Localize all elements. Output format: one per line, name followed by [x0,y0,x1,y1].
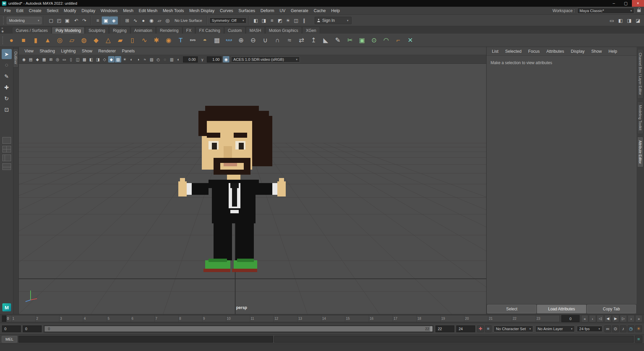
poly-soccer-ball-icon[interactable]: ◉ [163,35,174,46]
boolean-union-icon[interactable]: ∪ [260,35,271,46]
multi-cut-icon[interactable]: ✂ [344,35,356,46]
shelf-tab[interactable]: Curves / Surfaces [12,27,51,34]
menu-item[interactable]: Windows [98,7,121,15]
lookdev-icon[interactable]: ◫ [292,16,300,25]
poly-helix-icon[interactable]: ∿ [139,35,150,46]
animation-end-field[interactable]: 24 [456,325,475,332]
tool-settings-toggle-icon[interactable]: ◧ [616,16,625,25]
snap-to-projected-center-icon[interactable]: ◉ [147,16,155,25]
step-forward-frame-button[interactable]: › [628,315,635,322]
menu-item[interactable]: Mesh Display [187,7,217,15]
rotate-tool[interactable]: ↻ [2,93,12,103]
menu-item[interactable]: Modify [61,7,79,15]
sculpt-tool-icon[interactable]: ◓ [199,35,211,46]
gamma-field[interactable]: 1.00 [207,56,222,62]
current-time-marker[interactable] [2,315,6,322]
sound-icon[interactable]: ♪ [620,325,627,332]
save-scene-icon[interactable]: ▣ [63,16,71,25]
current-frame-field[interactable]: 0 [561,315,580,322]
layout-four-pane[interactable] [2,146,11,152]
set-key-icon[interactable]: ✚ [477,325,484,332]
anim-layer-select[interactable]: No Anim Layer [535,325,575,332]
sign-in-button[interactable]: Sign In [315,17,352,24]
color-management-icon[interactable]: ◉ [223,56,229,62]
two-d-pan-zoom-icon[interactable]: ⊞ [48,56,54,62]
poly-torus-icon[interactable]: ◎ [54,35,65,46]
shadows-icon[interactable]: ◐ [128,56,135,62]
shelf-tab[interactable]: FX Caching [195,27,224,34]
menu-item[interactable]: Edit [13,7,26,15]
poly-platonic-icon[interactable]: ◆ [90,35,102,46]
poly-disc-icon[interactable]: ◍ [78,35,90,46]
shelf-tab[interactable]: FX [183,27,195,34]
animation-preferences-icon[interactable]: ✳ [635,325,642,332]
menu-item[interactable]: Surfaces [236,7,258,15]
range-bar[interactable]: 0 22 [45,326,432,332]
shelf-tab[interactable]: Poly Modeling [52,27,84,34]
resolution-gate-icon[interactable]: ▯ [68,56,74,62]
side-panel-tab[interactable]: Modeling Toolkit [637,101,643,134]
step-back-key-button[interactable]: ◁ [597,315,604,322]
layout-single-pane[interactable] [2,137,11,144]
ipr-render-icon[interactable]: ◨ [260,16,268,25]
playback-loop-icon[interactable]: ∞ [604,325,611,332]
extrude-icon[interactable]: ↥ [308,35,319,46]
attribute-editor-toggle-icon[interactable]: ◨ [625,16,633,25]
cached-playback-icon[interactable]: ◷ [628,325,634,332]
panel-menu-item[interactable]: Shading [37,49,58,53]
mirror-icon[interactable]: ⇄ [296,35,307,46]
layout-hypershade-persp[interactable] [2,163,11,170]
select-hierarchy-icon[interactable]: ≡ [94,16,102,25]
light-editor-icon[interactable]: ☀ [284,16,292,25]
attribute-editor-menu-item[interactable]: Display [567,49,588,54]
menu-set-select[interactable]: Modeling [7,17,42,24]
open-scene-icon[interactable]: ◰ [55,16,63,25]
safe-title-icon[interactable]: ◨ [95,56,101,62]
menu-item[interactable]: Display [79,7,98,15]
attribute-editor-menu-item[interactable]: Selected [502,49,525,54]
film-gate-icon[interactable]: ▭ [61,56,67,62]
shelf-gear-icon[interactable]: ✱ [1,30,4,33]
redo-icon[interactable]: ↷ [80,16,88,25]
panel-menu-item[interactable]: Panels [119,49,138,53]
ao-icon[interactable]: ◑ [135,56,141,62]
lasso-select-tool[interactable]: ◌ [2,60,12,70]
snap-to-origin-icon[interactable]: 0,0,0 [223,35,235,46]
curve-arc-icon[interactable]: ⌐ [393,35,404,46]
separate-icon[interactable]: ⊖ [247,35,259,46]
select-tool[interactable]: ➤ [2,49,12,59]
shaded-icon[interactable]: ◆ [108,56,114,62]
poly-plane-icon[interactable]: ▱ [66,35,78,46]
side-panel-tab[interactable]: Channel Box / Layer Editor [637,49,643,99]
shelf-tab[interactable]: Custom [224,27,245,34]
menu-item[interactable]: File [1,7,13,15]
attribute-editor-menu-item[interactable]: Attributes [543,49,567,54]
lock-camera-icon[interactable]: ◉ [21,56,27,62]
attribute-editor-menu-item[interactable]: Focus [525,49,543,54]
auto-key-icon[interactable]: ⊙ [612,325,619,332]
dof-icon[interactable]: ◴ [155,56,162,62]
target-weld-icon[interactable]: ⊙ [368,35,380,46]
character-set-select[interactable]: No Character Set [494,325,533,332]
minimize-button[interactable]: – [608,0,620,7]
color-space-select[interactable]: ACES 1.0 SDR-video (sRGB) [231,56,300,62]
menu-item[interactable]: Generate [288,7,311,15]
shelf-tab[interactable]: MASH [246,27,265,34]
wireframe-icon[interactable]: ◇ [101,56,108,62]
gamma-icon[interactable]: γ [199,56,205,62]
playback-start-field[interactable]: 0 [23,325,42,332]
menu-item[interactable]: Help [328,7,342,15]
shelf-tab[interactable]: Animation [131,27,156,34]
panel-menu-item[interactable]: Lighting [58,49,79,53]
exposure-field[interactable]: 0.00 [183,56,198,62]
range-end-handle[interactable] [430,326,432,332]
quad-draw-icon[interactable]: ▣ [356,35,368,46]
snap-to-grid-icon[interactable]: ⊞ [123,16,131,25]
delete-component-icon[interactable]: ✕ [405,35,416,46]
bevel-icon[interactable]: ◣ [320,35,331,46]
viewport-canvas[interactable]: persp [19,64,486,314]
hypershade-icon[interactable]: ◩ [276,16,284,25]
render-settings-icon[interactable]: ≡ [268,16,276,25]
construction-plane-icon[interactable]: ▦ [211,35,223,46]
poly-cylinder-icon[interactable]: ▮ [30,35,41,46]
